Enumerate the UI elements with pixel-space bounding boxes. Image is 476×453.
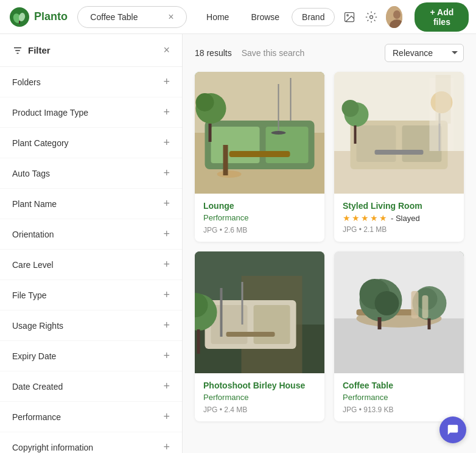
logo: Planto [10,7,68,27]
header-icons: + Add files [342,2,469,32]
svg-rect-20 [211,127,260,163]
add-files-button[interactable]: + Add files [415,2,469,32]
nav-home[interactable]: Home [197,9,239,26]
filter-date-created-plus-icon[interactable]: + [163,380,170,393]
filter-label: Filter [28,45,51,55]
star-1: ★ [343,213,351,223]
star-5: ★ [379,213,387,223]
search-close-icon[interactable]: × [168,12,173,23]
svg-rect-34 [357,125,396,162]
svg-point-10 [370,15,373,18]
star-2: ★ [352,213,360,223]
svg-point-62 [375,291,399,315]
svg-point-12 [393,10,401,19]
svg-rect-66 [428,318,431,329]
filter-expiry-date[interactable]: Expiry Date + [0,341,182,371]
svg-rect-50 [226,332,275,337]
nav-browse[interactable]: Browse [241,9,289,26]
settings-icon[interactable] [364,7,379,27]
card-photoshoot-meta: JPG • 2.4 MB [203,406,316,414]
svg-rect-49 [254,305,290,344]
filter-plant-name-plus-icon[interactable]: + [163,197,170,210]
sidebar: Filter × Folders + Product Image Type + … [0,34,183,453]
filter-performance-plus-icon[interactable]: + [163,410,170,423]
svg-rect-53 [197,329,200,354]
nav-brand[interactable]: Brand [292,8,335,26]
filter-product-image-type[interactable]: Product Image Type + [0,97,182,128]
image-icon[interactable] [342,7,357,27]
avatar[interactable] [386,6,402,28]
svg-rect-28 [278,84,279,133]
header: Planto × Home Browse Brand + Add files [0,0,476,34]
svg-rect-29 [290,78,292,121]
card-coffee-title[interactable]: Coffee Table [343,381,455,390]
filter-title: Filter [12,45,51,56]
card-styled-meta: JPG • 2.1 MB [343,225,455,234]
card-coffee-subtitle[interactable]: Performance [343,393,455,402]
filter-icon [12,45,23,56]
filter-file-type[interactable]: File Type + [0,280,182,311]
sidebar-close-button[interactable]: × [163,44,170,57]
card-coffee: Coffee Table Performance JPG • 913.9 KB [334,251,464,421]
logo-text: Planto [34,10,68,23]
search-input[interactable] [90,12,163,22]
filter-plant-name[interactable]: Plant Name + [0,189,182,219]
svg-point-9 [347,14,349,15]
filter-folders[interactable]: Folders + [0,67,182,97]
filter-usage-rights[interactable]: Usage Rights + [0,311,182,341]
svg-rect-3 [19,21,20,24]
filter-usage-rights-plus-icon[interactable]: + [163,319,170,332]
filter-performance[interactable]: Performance + [0,402,182,432]
card-lounge-title[interactable]: Lounge [203,201,316,211]
card-lounge-subtitle[interactable]: Performance [203,213,316,222]
filter-orientation[interactable]: Orientation + [0,219,182,250]
card-lounge: Lounge Performance JPG • 2.6 MB [195,72,324,242]
filter-file-type-plus-icon[interactable]: + [163,289,170,301]
filter-expiry-date-plus-icon[interactable]: + [163,349,170,362]
results-bar: 18 results Save this search Relevance Da… [183,34,476,72]
card-styled-image [334,72,464,194]
card-photoshoot-body: Photoshoot Birley House Performance JPG … [195,373,324,421]
filter-orientation-plus-icon[interactable]: + [163,228,170,241]
card-photoshoot-subtitle[interactable]: Performance [203,393,316,402]
sidebar-header: Filter × [0,34,182,67]
filter-folders-plus-icon[interactable]: + [163,76,170,88]
svg-rect-41 [354,125,357,144]
star-label: - Slayed [391,214,420,223]
search-bar[interactable]: × [77,6,187,28]
filter-care-level-plus-icon[interactable]: + [163,258,170,271]
card-styled-title[interactable]: Styled Living Room [343,201,455,211]
nav-links: Home Browse Brand [197,8,335,26]
svg-rect-55 [242,282,243,325]
card-styled-body: Styled Living Room ★ ★ ★ ★ ★ - Slayed JP… [334,194,464,241]
svg-rect-67 [411,291,419,318]
filter-auto-tags[interactable]: Auto Tags + [0,158,182,189]
svg-rect-68 [422,295,429,318]
layout: Filter × Folders + Product Image Type + … [0,34,476,453]
filter-plant-category-plus-icon[interactable]: + [163,136,170,149]
filter-auto-tags-plus-icon[interactable]: + [163,167,170,180]
card-coffee-meta: JPG • 913.9 KB [343,406,455,414]
svg-rect-43 [436,75,451,124]
svg-rect-24 [223,145,228,175]
card-lounge-body: Lounge Performance JPG • 2.6 MB [195,194,324,242]
filter-copyright-plus-icon[interactable]: + [163,441,170,453]
filter-product-image-type-plus-icon[interactable]: + [163,106,170,119]
svg-point-30 [271,131,286,135]
chat-icon [446,423,460,437]
filter-care-level[interactable]: Care Level + [0,250,182,280]
filter-plant-category[interactable]: Plant Category + [0,128,182,158]
card-coffee-image [334,251,464,373]
card-photoshoot-image [195,251,324,373]
filter-date-created[interactable]: Date Created + [0,371,182,402]
card-photoshoot-title[interactable]: Photoshoot Birley House [203,381,316,390]
chat-bubble[interactable] [439,416,466,443]
svg-rect-54 [220,288,223,337]
filter-copyright[interactable]: Copyright information + [0,432,182,453]
results-count: 18 results [195,48,232,58]
svg-point-26 [196,93,214,111]
card-lounge-image [195,72,324,194]
star-4: ★ [370,213,378,223]
sort-select[interactable]: Relevance Date Created File Size Name [385,44,464,62]
save-search-button[interactable]: Save this search [242,48,305,58]
